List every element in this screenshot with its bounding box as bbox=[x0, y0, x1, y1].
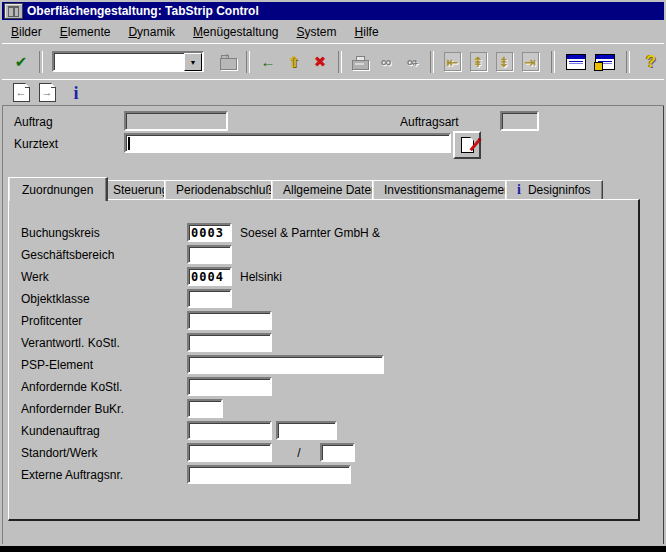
next-screen-button[interactable]: → bbox=[35, 82, 59, 104]
tab-periodenabschluss[interactable]: Periodenabschluß bbox=[164, 180, 285, 199]
field-row: BuchungskreisSoesel & Parnter GmbH & bbox=[21, 223, 638, 242]
field-label: Objektklasse bbox=[21, 292, 187, 306]
field-input[interactable] bbox=[276, 421, 337, 440]
field-label: Geschäftsbereich bbox=[21, 248, 187, 262]
field-input[interactable] bbox=[187, 465, 351, 484]
toolbar-separator bbox=[626, 51, 630, 73]
new-session-icon bbox=[566, 54, 586, 70]
cancel-button[interactable]: ✖ bbox=[308, 51, 332, 73]
help-icon: ? bbox=[646, 53, 656, 71]
tab-zuordnungen[interactable]: Zuordnungen bbox=[8, 177, 108, 201]
long-text-button[interactable] bbox=[453, 131, 481, 159]
command-field[interactable]: ▼ bbox=[52, 51, 204, 72]
field-input[interactable] bbox=[187, 421, 272, 440]
back-arrow-icon: ← bbox=[261, 54, 276, 69]
window-title: Oberflächengestaltung: TabStrip Control bbox=[27, 4, 259, 18]
field-row: Profitcenter bbox=[21, 311, 638, 330]
field-suffix: Helsinki bbox=[240, 270, 282, 284]
field-row: Standort/Werk/ bbox=[21, 443, 638, 462]
last-page-icon: ⇥ bbox=[522, 52, 539, 71]
new-session-button[interactable] bbox=[564, 51, 588, 73]
command-dropdown-button[interactable]: ▼ bbox=[184, 53, 202, 71]
auftragsart-label: Auftragsart bbox=[400, 115, 459, 129]
info-icon: i bbox=[73, 84, 78, 102]
info-icon: i bbox=[517, 182, 521, 198]
field-input[interactable] bbox=[187, 333, 272, 352]
prev-page-icon: ⇞ bbox=[470, 52, 487, 71]
window-inner-border-right bbox=[663, 44, 664, 544]
app-window-icon bbox=[4, 3, 23, 19]
field-row: Anfordernder BuKr. bbox=[21, 399, 638, 418]
toolbar-separator bbox=[39, 51, 43, 73]
menu-bilder[interactable]: Bilder bbox=[2, 23, 51, 41]
menu-hilfe[interactable]: Hilfe bbox=[346, 23, 388, 41]
first-page-button: ⇤ bbox=[440, 51, 464, 73]
menu-elemente[interactable]: Elemente bbox=[51, 23, 120, 41]
field-input[interactable] bbox=[187, 267, 232, 286]
find-next-button: ∞ bbox=[400, 51, 424, 73]
field-row: Externe Auftragsnr. bbox=[21, 465, 638, 484]
title-bar[interactable]: Oberflächengestaltung: TabStrip Control bbox=[2, 2, 664, 20]
find-button: ∞ bbox=[374, 51, 398, 73]
find-next-icon: ∞ bbox=[407, 54, 418, 69]
command-input[interactable] bbox=[56, 54, 185, 69]
menu-menuegestaltung[interactable]: Menügestaltung bbox=[184, 23, 287, 41]
field-row: Objektklasse bbox=[21, 289, 638, 308]
prev-screen-button[interactable]: ← bbox=[9, 82, 33, 104]
enter-check-icon: ✔ bbox=[15, 54, 28, 69]
field-label: Externe Auftragsnr. bbox=[21, 468, 187, 482]
field-label: PSP-Element bbox=[21, 358, 187, 372]
field-row: Anfordernde KoStl. bbox=[21, 377, 638, 396]
field-input[interactable] bbox=[187, 443, 272, 462]
field-input[interactable] bbox=[187, 311, 272, 330]
toolbar-separator bbox=[338, 51, 342, 73]
prev-screen-icon: ← bbox=[13, 83, 30, 102]
field-input[interactable] bbox=[320, 443, 355, 462]
text-cursor bbox=[128, 137, 130, 150]
create-shortcut-icon bbox=[595, 54, 615, 70]
field-row: Geschäftsbereich bbox=[21, 245, 638, 264]
exit-button[interactable]: ⇧ bbox=[282, 51, 306, 73]
chevron-down-icon: ▼ bbox=[190, 59, 197, 66]
field-row: Kundenauftrag bbox=[21, 421, 638, 440]
exit-arrow-icon: ⇧ bbox=[288, 54, 301, 69]
sap-window: Oberflächengestaltung: TabStrip Control … bbox=[0, 0, 666, 546]
field-input[interactable] bbox=[187, 245, 232, 264]
next-page-button: ⇟ bbox=[492, 51, 516, 73]
field-label: Profitcenter bbox=[21, 314, 187, 328]
field-input[interactable] bbox=[187, 355, 384, 374]
field-label: Anfordernde KoStl. bbox=[21, 380, 187, 394]
info-button[interactable]: i bbox=[64, 82, 88, 104]
create-shortcut-button[interactable] bbox=[593, 51, 617, 73]
kurztext-field[interactable] bbox=[124, 133, 451, 153]
save-button bbox=[216, 51, 240, 73]
field-row: Verantwortl. KoStl. bbox=[21, 333, 638, 352]
field-row: WerkHelsinki bbox=[21, 267, 638, 286]
tab-designinfos[interactable]: i Designinfos bbox=[505, 180, 603, 199]
next-page-icon: ⇟ bbox=[496, 52, 513, 71]
field-input[interactable] bbox=[187, 399, 223, 418]
menu-dynamik[interactable]: Dynamik bbox=[119, 23, 184, 41]
back-button[interactable]: ← bbox=[256, 51, 280, 73]
application-toolbar: ← → i bbox=[2, 79, 664, 106]
menu-system[interactable]: System bbox=[288, 23, 346, 41]
field-label: Kundenauftrag bbox=[21, 424, 187, 438]
field-input[interactable] bbox=[187, 289, 232, 308]
save-icon bbox=[220, 58, 237, 70]
toolbar-separator bbox=[246, 51, 250, 73]
field-input[interactable] bbox=[187, 377, 272, 396]
cancel-x-icon: ✖ bbox=[314, 54, 327, 69]
help-button[interactable]: ? bbox=[639, 51, 663, 73]
field-label: Anfordernder BuKr. bbox=[21, 402, 187, 416]
tab-panel-zuordnungen: BuchungskreisSoesel & Parnter GmbH &Gesc… bbox=[8, 199, 640, 521]
long-text-editor-icon bbox=[461, 137, 474, 153]
tab-investitionsmanagement[interactable]: Investitionsmanagement bbox=[372, 180, 526, 199]
shortcut-badge bbox=[594, 62, 603, 71]
toolbar-separator bbox=[551, 51, 555, 73]
enter-button[interactable]: ✔ bbox=[9, 51, 33, 73]
first-page-icon: ⇤ bbox=[444, 52, 461, 71]
field-input[interactable] bbox=[187, 223, 232, 242]
print-icon bbox=[352, 60, 369, 70]
field-separator: / bbox=[294, 446, 304, 460]
find-icon: ∞ bbox=[381, 54, 392, 69]
